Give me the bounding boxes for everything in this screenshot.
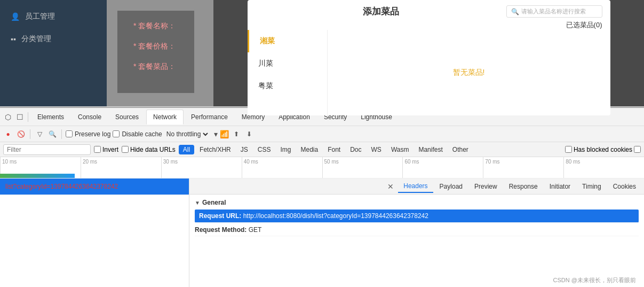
tab-cookies[interactable]: Cookies (608, 181, 641, 192)
disable-cache-checkbox[interactable]: Disable cache (113, 130, 162, 138)
has-blocked-cookies-label: Has blocked cookies (574, 146, 632, 153)
clear-button[interactable]: 🚫 (15, 129, 26, 139)
tab-response[interactable]: Response (504, 181, 543, 192)
dialog-body: 湘菜川菜粤菜 暂无菜品! (248, 30, 610, 115)
request-url-value: http://localhost:8080/dish/list?category… (243, 212, 428, 220)
ruler-label: 40 ms (242, 159, 322, 165)
form-row-name: * 套餐名称： (133, 21, 178, 31)
ruler-tick: 70 ms (483, 157, 563, 178)
category-icon: ▪▪ (11, 35, 16, 43)
general-section-label: General (202, 199, 226, 206)
throttling-select[interactable]: No throttlingFast 3GSlow 3GOffline (164, 130, 210, 138)
filter-type-wasm[interactable]: Wasm (387, 145, 414, 154)
invert-checkbox[interactable]: Invert (94, 146, 118, 153)
search-icon[interactable]: 🔍 (47, 129, 58, 139)
preserve-log-checkbox[interactable]: Preserve log (66, 130, 110, 138)
request-url-label: Request URL: (199, 212, 241, 220)
category-item-chuan[interactable]: 川菜 (248, 52, 327, 75)
filter-type-css[interactable]: CSS (253, 145, 275, 154)
timeline-ruler: 10 ms20 ms30 ms40 ms50 ms60 ms70 ms80 ms (0, 157, 644, 178)
tab-sources[interactable]: Sources (109, 110, 145, 124)
wifi-icon: 📶 (220, 130, 229, 138)
sidebar-item-staff[interactable]: 👤 员工管理 (0, 5, 107, 28)
filter-type-fetch/xhr[interactable]: Fetch/XHR (195, 145, 235, 154)
search-placeholder: 请输入菜品名称进行搜索 (521, 7, 586, 15)
tab-separator-1 (28, 112, 28, 122)
ruler-tick: 80 ms (563, 157, 644, 178)
tab-initiator[interactable]: Initiator (544, 181, 576, 192)
category-list: 湘菜川菜粤菜 (248, 30, 328, 115)
request-method-row: Request Method: GET (195, 224, 639, 236)
preserve-log-label: Preserve log (75, 130, 110, 138)
disable-cache-input[interactable] (113, 130, 120, 137)
filter-type-js[interactable]: JS (236, 145, 252, 154)
details-tab-bar: ✕ Headers Payload Preview Response Initi… (189, 179, 644, 195)
filter-type-ws[interactable]: WS (367, 145, 386, 154)
category-item-yue[interactable]: 粤菜 (248, 75, 327, 97)
sidebar-item-label-staff: 员工管理 (25, 12, 55, 21)
ruler-label: 20 ms (81, 159, 161, 165)
ruler-tick: 60 ms (402, 157, 483, 178)
tab-elements[interactable]: Elements (31, 110, 70, 124)
timeline-area: 10 ms20 ms30 ms40 ms50 ms60 ms70 ms80 ms (0, 157, 644, 179)
category-item-xiang[interactable]: 湘菜 (248, 30, 327, 52)
hide-data-urls-input[interactable] (122, 146, 129, 153)
upload-icon[interactable]: ⬆ (231, 129, 242, 139)
has-blocked-extra-input[interactable] (634, 146, 641, 153)
invert-input[interactable] (94, 146, 101, 153)
filter-type-other[interactable]: Other (448, 145, 473, 154)
filter-type-manifest[interactable]: Manifest (414, 145, 447, 154)
dialog-title: 添加菜品 (256, 5, 506, 18)
hide-data-urls-label: Hide data URLs (130, 146, 176, 153)
toolbar-separator-2 (61, 129, 62, 139)
filter-type-media[interactable]: Media (296, 145, 322, 154)
request-item[interactable]: list?categoryId=1397844263642378242 (0, 179, 189, 195)
dish-content: 暂无菜品! (328, 30, 610, 115)
tab-network[interactable]: Network (146, 110, 184, 125)
watermark-text: CSDN @未来很长，别只看眼前 (553, 277, 636, 283)
filter-type-img[interactable]: Img (276, 145, 295, 154)
filter-input[interactable] (3, 144, 91, 155)
download-icon[interactable]: ⬇ (244, 129, 255, 139)
has-blocked-cookies-input[interactable] (565, 146, 572, 153)
preserve-log-input[interactable] (66, 130, 73, 137)
filter-type-doc[interactable]: Doc (346, 145, 365, 154)
type-filter-buttons: AllFetch/XHRJSCSSImgMediaFontDocWSWasmMa… (179, 145, 473, 154)
hide-data-urls-checkbox[interactable]: Hide data URLs (122, 146, 176, 153)
ruler-label: 70 ms (483, 159, 563, 165)
form-label-dishes: * 套餐菜品： (133, 62, 176, 72)
devtools-inspect-icon[interactable]: ☐ (14, 112, 25, 122)
devtools-main: list?categoryId=1397844263642378242 ✕ He… (0, 179, 644, 287)
devtools-cursor-icon[interactable]: ⬡ (3, 112, 13, 122)
record-button[interactable]: ● (3, 129, 13, 139)
form-row-price: * 套餐价格： (133, 42, 178, 51)
ruler-tick: 30 ms (161, 157, 242, 178)
sidebar-item-category[interactable]: ▪▪ 分类管理 (0, 28, 107, 50)
network-toolbar: ● 🚫 ▽ 🔍 Preserve log Disable cache No th… (0, 126, 644, 142)
filter-icon[interactable]: ▽ (34, 129, 45, 139)
filter-bar: Invert Hide data URLs AllFetch/XHRJSCSSI… (0, 142, 644, 157)
filter-type-font[interactable]: Font (323, 145, 345, 154)
ruler-label: 30 ms (162, 159, 242, 165)
tab-console[interactable]: Console (71, 110, 108, 124)
ruler-label: 10 ms (1, 159, 81, 165)
dialog-overlay: 添加菜品 🔍 请输入菜品名称进行搜索 已选菜品(0) 湘菜川菜粤菜 (213, 0, 644, 106)
tab-preview[interactable]: Preview (469, 181, 503, 192)
main-content: * 套餐名称： * 套餐价格： * 套餐菜品： 添加菜品 🔍 请输入菜品名称进行… (107, 0, 644, 106)
timeline-bar (0, 174, 75, 178)
request-url-row: Request URL: http://localhost:8080/dish/… (195, 210, 639, 223)
tab-payload[interactable]: Payload (434, 181, 468, 192)
toolbar-separator-1 (30, 129, 30, 139)
watermark: CSDN @未来很长，别只看眼前 (553, 276, 636, 284)
search-input[interactable]: 🔍 请输入菜品名称进行搜索 (506, 5, 602, 18)
ruler-tick: 20 ms (81, 157, 161, 178)
tab-performance[interactable]: Performance (185, 110, 234, 124)
filter-type-all[interactable]: All (179, 145, 194, 154)
request-details: ✕ Headers Payload Preview Response Initi… (189, 179, 644, 287)
ruler-label: 60 ms (403, 159, 483, 165)
request-method-label: Request Method: (195, 226, 247, 234)
tab-timing[interactable]: Timing (577, 181, 607, 192)
tab-headers[interactable]: Headers (398, 180, 433, 193)
close-details-button[interactable]: ✕ (384, 181, 397, 192)
add-dish-dialog: 添加菜品 🔍 请输入菜品名称进行搜索 已选菜品(0) 湘菜川菜粤菜 (248, 0, 610, 115)
